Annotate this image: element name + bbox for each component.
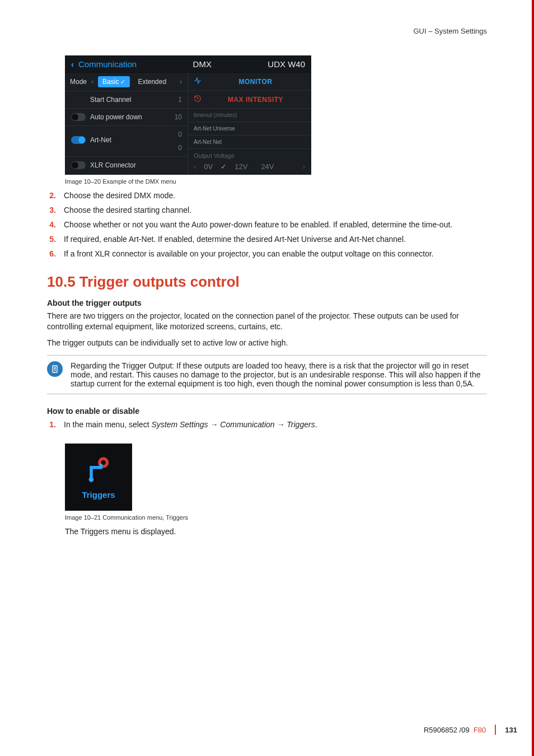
mode-prev-icon[interactable]: ‹ bbox=[90, 78, 95, 86]
titlebar-center: DMX bbox=[193, 59, 212, 69]
back-chevron-icon[interactable]: ‹ bbox=[71, 59, 74, 69]
step-number: 2. bbox=[47, 190, 56, 201]
step-text: Choose the desired starting channel. bbox=[64, 205, 487, 216]
dmx-right-pane: MONITOR MAX INTENSITY timeout (minutes) … bbox=[188, 73, 311, 174]
artnet-universe-label: Art-Net Universe bbox=[188, 122, 311, 136]
monitor-row[interactable]: MONITOR bbox=[188, 73, 311, 91]
note-icon bbox=[47, 361, 63, 377]
footer-separator bbox=[495, 725, 496, 735]
step-text: If a front XLR connector is available on… bbox=[64, 249, 487, 259]
figure-caption-1021: Image 10–21 Communication menu, Triggers bbox=[65, 514, 487, 521]
start-channel-value: 1 bbox=[171, 96, 182, 104]
note-box: Regarding the Trigger Output: If these o… bbox=[47, 355, 487, 394]
footer-doc-id: R5906852 /09 bbox=[424, 726, 470, 734]
ov-0v-option[interactable]: 0V bbox=[204, 162, 213, 171]
start-channel-label: Start Channel bbox=[90, 96, 131, 104]
footer-page-number: 131 bbox=[505, 726, 517, 734]
mode-row: Mode ‹ Basic Extended › bbox=[65, 73, 188, 91]
step-number: 4. bbox=[47, 220, 56, 230]
mode-basic-option[interactable]: Basic bbox=[98, 76, 130, 87]
xlr-label: XLR Connector bbox=[90, 161, 136, 169]
artnet-net-label: Art-Net Net bbox=[188, 136, 311, 149]
auto-power-down-toggle[interactable] bbox=[71, 113, 86, 121]
step-number: 6. bbox=[47, 249, 56, 259]
mode-next-icon[interactable]: › bbox=[179, 78, 183, 86]
page-footer: R5906852 /09 F80 131 bbox=[424, 725, 517, 735]
section-10-5-title: 10.5 Trigger outputs control bbox=[47, 273, 487, 291]
triggers-result-text: The Triggers menu is displayed. bbox=[65, 526, 487, 537]
step-text: Choose whether or not you want the Auto … bbox=[64, 220, 487, 230]
about-paragraph-1: There are two triggers on the projector,… bbox=[47, 311, 487, 332]
step-text: In the main menu, select System Settings… bbox=[64, 419, 487, 430]
artnet-label: Art-Net bbox=[90, 136, 111, 144]
auto-power-down-label: Auto power down bbox=[90, 113, 142, 121]
breadcrumb-communication[interactable]: Communication bbox=[78, 59, 137, 69]
step-number: 5. bbox=[47, 234, 56, 245]
step-number: 1. bbox=[47, 419, 56, 430]
output-voltage-row: Output Voltage ‹ 0V ✓ 12V 24V › bbox=[188, 149, 311, 174]
monitor-label: MONITOR bbox=[206, 78, 305, 86]
step1-post: . bbox=[315, 420, 317, 429]
artnet-toggle[interactable] bbox=[71, 136, 86, 144]
dmx-titlebar: ‹ Communication DMX UDX W40 bbox=[65, 56, 311, 73]
note-text: Regarding the Trigger Output: If these o… bbox=[71, 361, 487, 388]
activity-icon bbox=[194, 77, 202, 86]
ov-12v-option[interactable]: 12V bbox=[235, 162, 247, 171]
history-icon bbox=[194, 95, 202, 104]
page-section-header: GUI – System Settings bbox=[47, 27, 487, 35]
max-intensity-row[interactable]: MAX INTENSITY bbox=[188, 91, 311, 109]
right-red-bar bbox=[532, 0, 534, 756]
artnet-row: Art-Net 0 0 bbox=[65, 126, 188, 157]
ov-24v-option[interactable]: 24V bbox=[261, 162, 274, 171]
step1-pre: In the main menu, select bbox=[64, 420, 151, 429]
mode-extended-option[interactable]: Extended bbox=[133, 76, 171, 87]
artnet-net-value: 0 bbox=[171, 144, 182, 152]
max-intensity-label: MAX INTENSITY bbox=[206, 96, 305, 104]
dmx-menu-figure: ‹ Communication DMX UDX W40 Mode ‹ Basic… bbox=[65, 55, 487, 175]
mode-basic-label: Basic bbox=[102, 78, 119, 86]
about-heading: About the trigger outputs bbox=[47, 298, 487, 307]
how-to-heading: How to enable or disable bbox=[47, 407, 487, 416]
step-text: If required, enable Art-Net. If enabled,… bbox=[64, 234, 487, 245]
artnet-universe-value: 0 bbox=[171, 130, 182, 138]
about-paragraph-2: The trigger outputs can be individually … bbox=[47, 338, 487, 348]
step-number: 3. bbox=[47, 205, 56, 216]
ov-next-icon[interactable]: › bbox=[303, 162, 305, 171]
auto-power-down-row: Auto power down 10 bbox=[65, 109, 188, 126]
step-text: Choose the desired DMX mode. bbox=[64, 190, 487, 201]
dmx-steps-list: 2.Choose the desired DMX mode. 3.Choose … bbox=[47, 190, 487, 259]
titlebar-model: UDX W40 bbox=[268, 59, 305, 69]
auto-power-down-value: 10 bbox=[171, 113, 182, 121]
triggers-tile-label: Triggers bbox=[82, 490, 115, 500]
trigger-steps-list: 1. In the main menu, select System Setti… bbox=[47, 419, 487, 430]
check-icon: ✓ bbox=[221, 162, 227, 171]
dmx-left-pane: Mode ‹ Basic Extended › Start Channel 1 … bbox=[65, 73, 188, 174]
timeout-label: timeout (minutes) bbox=[188, 109, 311, 122]
mode-label: Mode bbox=[70, 78, 87, 86]
xlr-toggle[interactable] bbox=[71, 161, 86, 169]
output-voltage-label: Output Voltage bbox=[194, 152, 305, 159]
triggers-tile[interactable]: Triggers bbox=[65, 444, 132, 511]
triggers-icon bbox=[84, 455, 113, 484]
svg-point-4 bbox=[89, 477, 94, 482]
xlr-row: XLR Connector bbox=[65, 157, 188, 174]
start-channel-row[interactable]: Start Channel 1 bbox=[65, 91, 188, 109]
footer-model: F80 bbox=[474, 726, 486, 734]
menu-path: System Settings → Communication → Trigge… bbox=[151, 420, 315, 429]
dmx-menu-panel: ‹ Communication DMX UDX W40 Mode ‹ Basic… bbox=[65, 55, 311, 175]
figure-caption-1020: Image 10–20 Example of the DMX menu bbox=[65, 178, 487, 185]
ov-prev-icon[interactable]: ‹ bbox=[194, 162, 196, 171]
